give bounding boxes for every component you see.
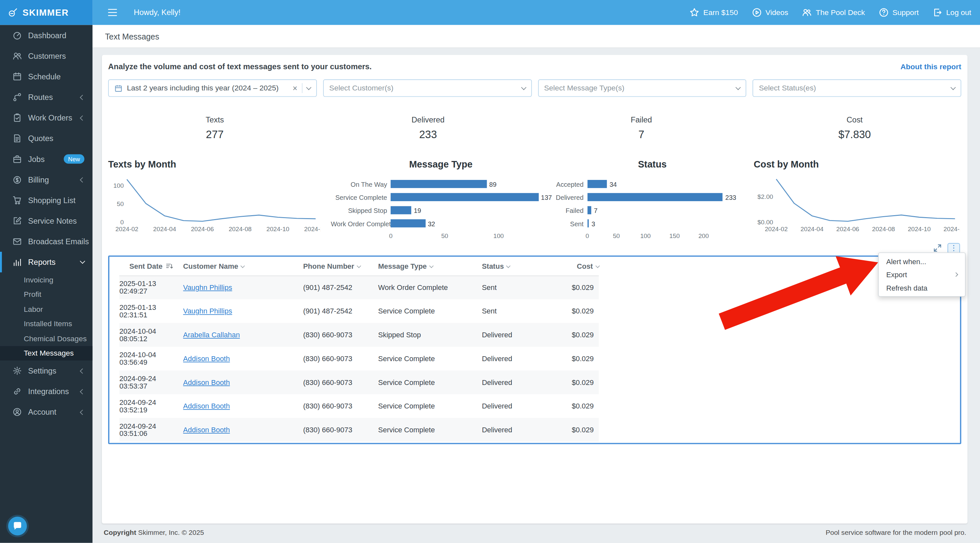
column-header-cost[interactable]: Cost	[561, 257, 599, 275]
sidebar-item-work-orders[interactable]: Work Orders	[0, 108, 92, 128]
widget-controls: ⋮	[108, 241, 960, 254]
stat-texts: Texts 277	[108, 116, 321, 141]
table-row: 2024-10-04 08:05:12Arabella Callahan(830…	[119, 323, 598, 347]
about-report-link[interactable]: About this report	[900, 62, 961, 71]
chart-cost-by-month: Cost by Month $2.00$0.002024-022024-0420…	[754, 159, 961, 234]
sidebar-item-reports[interactable]: Reports	[0, 252, 92, 272]
menu-item-alert-when[interactable]: Alert when...	[879, 255, 965, 268]
chevron-down-icon	[951, 84, 956, 90]
svg-text:2024-12: 2024-12	[304, 225, 320, 232]
sort-caret-icon	[506, 264, 510, 267]
sidebar-item-jobs[interactable]: Jobs New	[0, 149, 92, 169]
svg-text:0: 0	[120, 219, 124, 225]
expand-button[interactable]	[933, 244, 942, 252]
chevron-down-icon	[521, 84, 526, 90]
filter-customers[interactable]: Select Customer(s)	[323, 79, 532, 97]
star-icon	[690, 8, 700, 17]
column-header-phone-number[interactable]: Phone Number	[303, 257, 378, 275]
topbar-link-earn[interactable]: Earn $150	[690, 8, 738, 17]
column-header-customer-name[interactable]: Customer Name	[183, 257, 303, 275]
chevron-left-icon	[80, 115, 85, 121]
sidebar-subitem-labor[interactable]: Labor	[0, 302, 92, 316]
svg-text:2024-02: 2024-02	[765, 225, 788, 232]
report-description: Analyze the volume and cost of text mess…	[108, 62, 372, 71]
customer-link[interactable]: Vaughn Phillips	[183, 307, 232, 315]
menu-item-refresh-data[interactable]: Refresh data	[879, 281, 965, 294]
skimmer-logo-text: SKIMMER	[22, 8, 69, 17]
sidebar-subitem-invoicing[interactable]: Invoicing	[0, 272, 92, 287]
footer: Copyright Skimmer, Inc. © 2025 Pool serv…	[102, 529, 967, 540]
chevron-left-icon	[80, 410, 85, 415]
sidebar-item-dashboard[interactable]: Dashboard	[0, 25, 92, 46]
page-header: Text Messages	[92, 25, 980, 48]
content-area: Analyze the volume and cost of text mess…	[92, 48, 980, 543]
sidebar-subitem-installed-items[interactable]: Installed Items	[0, 316, 92, 331]
filter-statuses[interactable]: Select Status(es)	[752, 79, 961, 97]
link-icon	[13, 387, 22, 396]
sidebar: Dashboard Customers Schedule Routes Work…	[0, 25, 92, 543]
column-header-message-type[interactable]: Message Type	[378, 257, 482, 275]
billing-icon	[13, 175, 22, 184]
page-title: Text Messages	[105, 32, 159, 41]
sidebar-item-settings[interactable]: Settings	[0, 360, 92, 381]
logout-icon	[932, 8, 943, 17]
customer-link[interactable]: Vaughn Phillips	[183, 284, 232, 291]
stat-delivered: Delivered 233	[321, 116, 535, 141]
sidebar-subitem-chemical-dosages[interactable]: Chemical Dosages	[0, 331, 92, 346]
stats-row: Texts 277 Delivered 233 Failed 7 Cost $7…	[108, 116, 961, 141]
topbar-link-support[interactable]: Support	[879, 8, 919, 17]
sidebar-subitem-profit[interactable]: Profit	[0, 287, 92, 302]
column-header-sent-date[interactable]: Sent Date	[119, 257, 183, 275]
customer-link[interactable]: Addison Booth	[183, 355, 230, 362]
table-row: 2024-09-24 03:53:37Addison Booth(830) 66…	[119, 371, 598, 394]
footer-tagline: Pool service software for the modern poo…	[826, 529, 966, 536]
hamburger-menu-icon[interactable]	[108, 8, 118, 17]
question-icon	[879, 8, 889, 17]
filter-message-types[interactable]: Select Message Type(s)	[538, 79, 746, 97]
widget-menu: Alert when... Export Refresh data	[878, 252, 966, 297]
table-header-row: Sent Date Customer Name Phone Number Mes…	[119, 257, 598, 275]
sidebar-item-schedule[interactable]: Schedule	[0, 66, 92, 87]
topbar-link-logout[interactable]: Log out	[932, 8, 972, 17]
calendar-icon	[115, 84, 123, 92]
topbar-link-videos[interactable]: Videos	[752, 8, 788, 17]
topbar-link-pool-deck[interactable]: The Pool Deck	[802, 8, 865, 17]
chart-status: Status Accepted34Delivered233Failed7Sent…	[555, 159, 750, 241]
pencil-icon	[13, 216, 22, 225]
sidebar-item-broadcast-emails[interactable]: Broadcast Emails	[0, 231, 92, 252]
customers-icon	[13, 51, 22, 61]
column-header-status[interactable]: Status	[482, 257, 561, 275]
chat-launcher[interactable]	[8, 516, 27, 535]
kebab-menu-button[interactable]: ⋮	[948, 243, 960, 253]
new-badge: New	[64, 154, 84, 164]
customer-link[interactable]: Arabella Callahan	[183, 331, 240, 338]
filter-date-range[interactable]: Last 2 years including this year (2024 –…	[108, 79, 317, 97]
sidebar-item-customers[interactable]: Customers	[0, 46, 92, 66]
svg-text:2024-06: 2024-06	[836, 225, 859, 232]
clear-filter-icon[interactable]: ×	[293, 84, 298, 92]
customer-link[interactable]: Addison Booth	[183, 426, 230, 433]
sort-caret-icon	[595, 264, 600, 267]
svg-text:100: 100	[113, 182, 124, 189]
sort-icon	[165, 262, 173, 270]
customer-link[interactable]: Addison Booth	[183, 378, 230, 386]
svg-text:2024-10: 2024-10	[267, 225, 290, 232]
sidebar-item-quotes[interactable]: Quotes	[0, 128, 92, 149]
sidebar-item-service-notes[interactable]: Service Notes	[0, 211, 92, 231]
chevron-down-icon	[306, 84, 311, 90]
sidebar-item-integrations[interactable]: Integrations	[0, 381, 92, 402]
sidebar-subitem-text-messages[interactable]: Text Messages	[0, 346, 92, 360]
svg-text:2024-08: 2024-08	[872, 225, 895, 232]
people-icon	[802, 8, 812, 17]
svg-text:2024-04: 2024-04	[801, 225, 824, 232]
customer-link[interactable]: Addison Booth	[183, 402, 230, 410]
sidebar-item-shopping-list[interactable]: Shopping List	[0, 190, 92, 211]
work-orders-icon	[13, 113, 22, 122]
skimmer-logo[interactable]: SKIMMER	[0, 0, 92, 25]
copyright-text: Copyright Skimmer, Inc. © 2025	[104, 529, 204, 536]
sidebar-item-routes[interactable]: Routes	[0, 87, 92, 108]
sidebar-item-account[interactable]: Account	[0, 402, 92, 422]
quotes-icon	[13, 133, 22, 143]
sidebar-item-billing[interactable]: Billing	[0, 169, 92, 190]
menu-item-export[interactable]: Export	[879, 268, 965, 281]
